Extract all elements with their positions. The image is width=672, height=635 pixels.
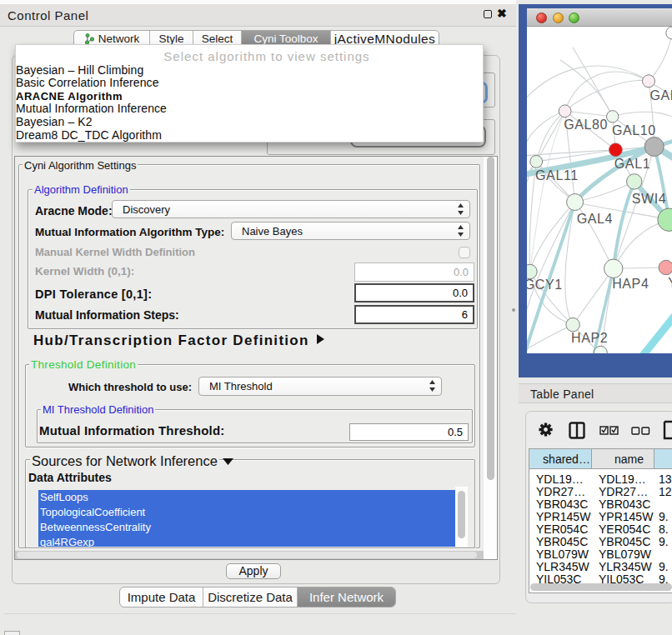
- svg-text:HAP4: HAP4: [612, 277, 649, 291]
- svg-text:GAL10: GAL10: [612, 123, 656, 138]
- svg-text:GAL11: GAL11: [535, 168, 579, 182]
- svg-text:HAP2: HAP2: [571, 331, 608, 345]
- svg-text:GCY1: GCY1: [527, 278, 563, 292]
- svg-text:GAL80: GAL80: [564, 118, 608, 132]
- svg-text:Y: Y: [668, 276, 672, 290]
- svg-text:GAL1: GAL1: [614, 157, 650, 171]
- svg-text:SWI4: SWI4: [632, 192, 667, 206]
- svg-text:GAL: GAL: [650, 88, 672, 102]
- svg-text:GAL4: GAL4: [577, 212, 613, 226]
